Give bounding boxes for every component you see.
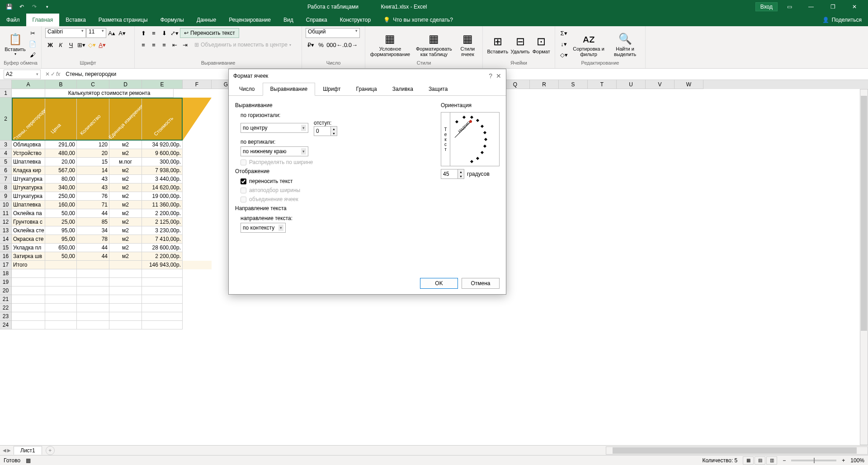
cell[interactable]: 20 <box>77 149 109 158</box>
cell[interactable]: Шпатлевка <box>12 201 45 209</box>
cell[interactable]: 7 410,00р. <box>142 235 183 244</box>
cell[interactable] <box>45 287 77 295</box>
cell[interactable]: м2 <box>109 252 142 261</box>
number-format-select[interactable]: Общий <box>306 28 360 38</box>
ok-button[interactable]: OK <box>420 278 458 289</box>
cell[interactable]: м2 <box>109 226 142 235</box>
cut-icon[interactable]: ✂ <box>28 28 38 38</box>
row-header[interactable]: 2 <box>0 98 12 141</box>
increase-font-icon[interactable]: A▴ <box>107 28 117 38</box>
horizontal-scrollbar[interactable] <box>606 446 868 455</box>
cell[interactable]: Штукатурка <box>12 192 45 201</box>
cell[interactable]: 71 <box>77 201 109 209</box>
col-header[interactable]: B <box>45 80 77 89</box>
cell[interactable]: 85 <box>77 218 109 226</box>
row-header[interactable]: 18 <box>0 269 12 278</box>
conditional-format-button[interactable]: ▦Условное форматирование <box>369 31 411 58</box>
font-color-icon[interactable]: А▾ <box>97 40 107 50</box>
share-button[interactable]: 👤Поделиться <box>816 14 868 26</box>
tab-file[interactable]: Файл <box>0 14 26 26</box>
tellme[interactable]: 💡Что вы хотите сделать? <box>377 14 459 26</box>
row-header[interactable]: 8 <box>0 183 12 192</box>
clear-icon[interactable]: ◇▾ <box>559 50 569 60</box>
tab-view[interactable]: Вид <box>277 14 300 26</box>
dialog-close-icon[interactable]: ✕ <box>496 72 501 80</box>
cell[interactable]: 95,00 <box>45 226 77 235</box>
cell[interactable]: 78 <box>77 235 109 244</box>
cell[interactable]: 3 440,00р. <box>142 175 183 183</box>
orientation-icon[interactable]: ⤢▾ <box>170 28 179 38</box>
insert-cells-button[interactable]: ⊞Вставить <box>486 33 509 55</box>
tab-review[interactable]: Рецензирование <box>222 14 277 26</box>
row-header[interactable]: 1 <box>0 89 12 98</box>
cell[interactable] <box>142 269 183 278</box>
format-painter-icon[interactable]: 🖌 <box>28 50 38 60</box>
ribbon-options-icon[interactable]: ▭ <box>779 0 799 14</box>
italic-icon[interactable]: К <box>56 40 66 50</box>
select-all-corner[interactable] <box>0 80 12 89</box>
normal-view-icon[interactable]: ▦ <box>743 456 754 465</box>
cell[interactable]: Оклейка сте <box>12 226 45 235</box>
col-header[interactable]: F <box>183 80 212 89</box>
cell[interactable] <box>77 321 109 329</box>
cell[interactable] <box>142 304 183 312</box>
increase-decimal-icon[interactable]: ←.0 <box>337 40 347 50</box>
cell[interactable] <box>12 89 45 98</box>
spin-down-icon[interactable]: ▼ <box>458 174 464 178</box>
cell[interactable] <box>45 269 77 278</box>
zoom-level[interactable]: 100% <box>850 457 864 464</box>
tab-data[interactable]: Данные <box>190 14 222 26</box>
undo-icon[interactable]: ↶ <box>16 1 27 12</box>
cell[interactable]: 50,00 <box>45 209 77 218</box>
cell[interactable]: 291,00 <box>45 141 77 149</box>
cell-header[interactable]: Количество <box>77 98 109 141</box>
page-layout-icon[interactable]: ▤ <box>755 456 765 465</box>
copy-icon[interactable]: 📄 <box>28 39 38 49</box>
cell[interactable] <box>77 312 109 321</box>
tab-insert[interactable]: Вставка <box>59 14 92 26</box>
col-header[interactable]: U <box>617 80 646 89</box>
spin-up-icon[interactable]: ▲ <box>458 169 464 174</box>
cell[interactable] <box>45 261 77 269</box>
cell[interactable]: Штукатурка <box>12 183 45 192</box>
cell-styles-button[interactable]: ▦Стили ячеек <box>457 31 479 58</box>
find-select-button[interactable]: 🔍Найти и выделить <box>609 31 642 58</box>
cell[interactable]: 9 600,00р. <box>142 149 183 158</box>
cell[interactable]: 120 <box>77 141 109 149</box>
cancel-formula-icon[interactable]: ✕ <box>45 71 50 77</box>
sheet-nav-last-icon[interactable]: ▶ <box>7 448 11 453</box>
cell[interactable] <box>109 269 142 278</box>
spin-up-icon[interactable]: ▲ <box>330 127 337 131</box>
cell[interactable] <box>77 269 109 278</box>
cell[interactable] <box>45 304 77 312</box>
paste-button[interactable]: 📋Вставить▾ <box>4 31 27 57</box>
cell-header[interactable]: Единица измерения <box>109 98 142 141</box>
autosum-icon[interactable]: Σ▾ <box>559 28 569 38</box>
cell[interactable]: 80,00 <box>45 175 77 183</box>
cell[interactable] <box>12 321 45 329</box>
cell[interactable]: Шпатлевка <box>12 158 45 166</box>
enter-formula-icon[interactable]: ✓ <box>51 71 55 77</box>
align-right-icon[interactable]: ≡ <box>159 40 169 50</box>
row-header[interactable]: 9 <box>0 192 12 201</box>
cell[interactable] <box>109 261 142 269</box>
comma-icon[interactable]: 000 <box>326 40 336 50</box>
cell[interactable]: 50,00 <box>45 252 77 261</box>
indent-spinner[interactable]: 0▲▼ <box>314 126 337 136</box>
tab-design[interactable]: Конструктор <box>334 14 377 26</box>
cell[interactable]: 20,00 <box>45 158 77 166</box>
row-header[interactable]: 3 <box>0 141 12 149</box>
align-center-icon[interactable]: ≡ <box>149 40 159 50</box>
row-header[interactable]: 15 <box>0 244 12 252</box>
tab-help[interactable]: Справка <box>300 14 334 26</box>
dlg-tab-align[interactable]: Выравнивание <box>263 83 316 96</box>
cells-area[interactable]: Калькулятор стоимости ремонта Стены, пер… <box>12 89 212 329</box>
row-header[interactable]: 24 <box>0 321 12 329</box>
cell[interactable]: 14 620,00р. <box>142 183 183 192</box>
col-header[interactable]: T <box>588 80 617 89</box>
close-icon[interactable]: ✕ <box>844 0 864 14</box>
row-header[interactable]: 14 <box>0 235 12 244</box>
row-header[interactable]: 7 <box>0 175 12 183</box>
cell[interactable]: 44 <box>77 244 109 252</box>
cell[interactable]: 44 <box>77 209 109 218</box>
